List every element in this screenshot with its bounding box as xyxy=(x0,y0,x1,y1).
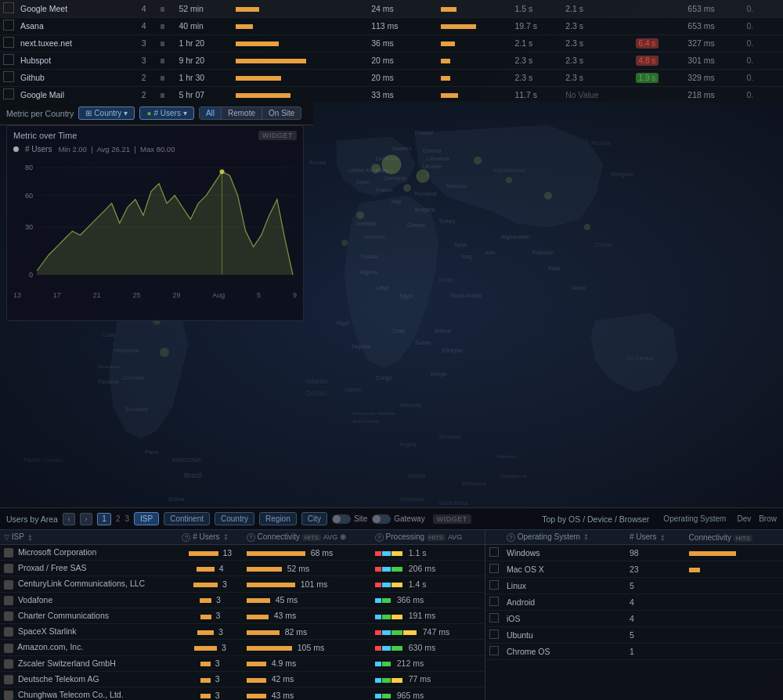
os-checkbox[interactable] xyxy=(485,611,503,627)
gateway-toggle-track[interactable] xyxy=(372,514,391,524)
country-tab[interactable]: Country xyxy=(215,512,254,525)
bottom-panel: Users by Area ‹ › 1 2 3 ISP Continent Co… xyxy=(0,507,783,700)
right-panel-label: Top by OS / Device / Browser xyxy=(542,514,649,524)
on-site-tab[interactable]: On Site xyxy=(262,107,301,119)
list-item[interactable]: Android 4 xyxy=(485,594,783,611)
isp-connectivity: 52 ms xyxy=(243,561,371,576)
svg-text:Sudan: Sudan xyxy=(415,340,431,345)
row-dur-bar xyxy=(233,69,369,86)
isp-processing: 965 ms xyxy=(371,687,485,700)
table-row[interactable]: Hubspot 3 9 hr 20 20 ms 2.3 s 2.3 s 4.8 … xyxy=(0,52,783,69)
prev-page-button[interactable]: ‹ xyxy=(63,513,75,525)
row-duration: 40 min xyxy=(175,17,232,34)
os-conn-bar xyxy=(685,594,783,611)
row-checkbox[interactable] xyxy=(0,34,17,52)
page-1-button[interactable]: 1 xyxy=(97,513,111,525)
list-item[interactable]: SpaceX Starlink 3 82 ms 747 ms xyxy=(0,624,485,640)
svg-point-13 xyxy=(160,348,169,357)
row-checkbox[interactable] xyxy=(0,86,17,102)
list-item[interactable]: Chunghwa Telecom Co., Ltd. 3 43 ms 965 m… xyxy=(0,687,485,700)
list-item[interactable]: Linux 5 xyxy=(485,578,783,594)
next-page-button[interactable]: › xyxy=(80,513,92,525)
list-item[interactable]: Mac OS X 23 xyxy=(485,561,783,578)
list-item[interactable]: Amazon.com, Inc. 3 105 ms 630 ms xyxy=(0,640,485,655)
svg-text:Poland: Poland xyxy=(376,168,393,173)
os-col-header[interactable]: ? Operating System ▲▼ xyxy=(503,530,626,545)
svg-text:Zambia: Zambia xyxy=(407,473,425,478)
row-connectivity: 36 ms xyxy=(368,34,438,52)
list-item[interactable]: Deutsche Telekom AG 3 42 ms 77 ms xyxy=(0,671,485,687)
page-3-button[interactable]: 3 xyxy=(125,514,130,523)
sort-arrows-users: ▲▼ xyxy=(223,533,228,541)
list-item[interactable]: Zscaler Switzerland GmbH 3 4.9 ms 212 ms xyxy=(0,655,485,671)
all-tab[interactable]: All xyxy=(200,107,222,119)
os-checkbox[interactable] xyxy=(485,594,503,611)
isp-users: 3 xyxy=(178,624,242,640)
os-users: 5 xyxy=(626,578,685,594)
row-conn-bar xyxy=(438,34,511,52)
isp-connectivity: 105 ms xyxy=(243,640,371,655)
list-item[interactable]: Charter Communications 3 43 ms 191 ms xyxy=(0,608,485,623)
isp-users: 3 xyxy=(178,655,242,671)
users-col-header[interactable]: ? # Users ▲▼ xyxy=(178,530,242,545)
country-filter-button[interactable]: ⊞ Country ▾ xyxy=(78,106,135,120)
table-row[interactable]: Asana 4 40 min 113 ms 19.7 s 2.3 s 653 m… xyxy=(0,17,783,34)
list-item[interactable]: iOS 4 xyxy=(485,611,783,627)
site-toggle[interactable]: Site xyxy=(332,514,367,524)
row-checkbox[interactable] xyxy=(0,17,17,34)
row-name: Hubspot xyxy=(17,52,139,69)
svg-text:Ocean: Ocean xyxy=(305,389,327,397)
svg-text:Moldova: Moldova xyxy=(446,183,467,189)
svg-point-8 xyxy=(356,211,364,219)
connectivity-col-header[interactable]: ? Connectivity HITS AVG ⊕ xyxy=(243,530,371,545)
users-label: # Users xyxy=(153,109,180,117)
os-checkbox[interactable] xyxy=(485,561,503,578)
os-label: Operating System xyxy=(663,514,726,523)
isp-processing: 630 ms xyxy=(371,640,485,655)
list-item[interactable]: Windows 98 xyxy=(485,545,783,561)
os-checkbox[interactable] xyxy=(485,545,503,561)
users-filter-button[interactable]: ● # Users ▾ xyxy=(139,106,194,120)
gateway-toggle[interactable]: Gateway xyxy=(372,514,424,524)
svg-point-4 xyxy=(474,157,482,164)
site-toggle-track[interactable] xyxy=(332,514,351,524)
svg-text:Atlantic: Atlantic xyxy=(305,377,329,385)
svg-text:Colombia: Colombia xyxy=(121,375,145,381)
svg-text:of the Congo: of the Congo xyxy=(352,419,380,424)
os-users: 4 xyxy=(626,594,685,611)
os-connectivity-col-header[interactable]: Connectivity HITS xyxy=(685,530,783,545)
table-row[interactable]: Google Mail 2 5 hr 07 33 ms 11.7 s No Va… xyxy=(0,86,783,102)
svg-text:Russia: Russia xyxy=(591,139,611,146)
svg-text:Nepal: Nepal xyxy=(572,285,586,291)
row-extra: 0. xyxy=(744,0,783,17)
list-item[interactable]: Vodafone 3 45 ms 366 ms xyxy=(0,592,485,608)
list-item[interactable]: Microsoft Corporation 13 68 ms 1.1 s xyxy=(0,545,485,561)
region-tab[interactable]: Region xyxy=(259,512,297,525)
table-row[interactable]: Github 2 1 hr 30 20 ms 2.3 s 2.3 s 1.9 s… xyxy=(0,69,783,86)
continent-tab[interactable]: Continent xyxy=(164,512,210,525)
isp-tab[interactable]: ISP xyxy=(134,512,159,525)
list-item[interactable]: Proxad / Free SAS 4 52 ms 206 ms xyxy=(0,561,485,576)
processing-col-header[interactable]: ? Processing HITS AVG xyxy=(371,530,485,545)
list-item[interactable]: CenturyLink Communications, LLC 3 101 ms… xyxy=(0,576,485,592)
list-item[interactable]: Chrome OS 1 xyxy=(485,644,783,660)
page-2-button[interactable]: 2 xyxy=(116,514,121,523)
os-name: Windows xyxy=(503,545,626,561)
remote-tab[interactable]: Remote xyxy=(222,107,262,119)
row-checkbox[interactable] xyxy=(0,52,17,69)
os-checkbox[interactable] xyxy=(485,627,503,644)
os-checkbox[interactable] xyxy=(485,644,503,660)
os-users-col-header[interactable]: # Users ▲▼ xyxy=(626,530,685,545)
isp-users: 3 xyxy=(178,671,242,687)
os-checkbox[interactable] xyxy=(485,578,503,594)
isp-col-header[interactable]: ▽ ISP ▲▼ xyxy=(0,530,178,545)
list-item[interactable]: Ubuntu 5 xyxy=(485,627,783,644)
svg-text:Tanzania: Tanzania xyxy=(399,402,421,408)
city-tab[interactable]: City xyxy=(301,512,327,525)
isp-icon xyxy=(4,596,13,605)
table-row[interactable]: next.tuxee.net 3 1 hr 20 36 ms 2.1 s 2.3… xyxy=(0,34,783,52)
row-dur-bar xyxy=(233,86,369,102)
table-row[interactable]: Google Meet 4 52 min 24 ms 1.5 s 2.1 s 6… xyxy=(0,0,783,17)
row-checkbox[interactable] xyxy=(0,69,17,86)
row-checkbox[interactable] xyxy=(0,0,17,17)
